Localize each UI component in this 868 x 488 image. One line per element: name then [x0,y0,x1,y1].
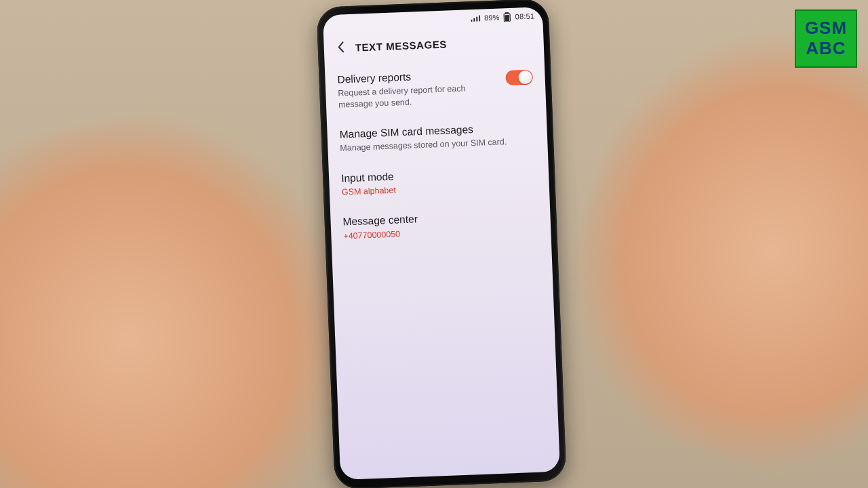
svg-rect-1 [473,18,475,22]
status-clock: 08:51 [515,12,534,20]
battery-icon [503,12,511,22]
page-title: TEXT MESSAGES [355,38,447,53]
battery-percent: 89% [484,13,500,22]
settings-list: Delivery reports Request a delivery repo… [325,56,551,251]
photo-stage: 89% 08:51 [0,0,868,488]
hand-right [528,0,868,488]
svg-rect-6 [505,15,510,21]
phone-screen: 89% 08:51 [323,7,560,480]
watermark-badge: GSM ABC [795,9,857,68]
back-button[interactable] [328,34,356,62]
toggle-knob [518,70,532,85]
delivery-reports-toggle[interactable] [505,70,533,86]
row-subtitle: Request a delivery report for each messa… [338,82,497,110]
svg-rect-2 [476,17,477,22]
row-message-center[interactable]: Message center +40770000050 [330,199,551,251]
svg-rect-3 [479,16,480,22]
signal-icon [471,15,480,22]
row-delivery-reports[interactable]: Delivery reports Request a delivery repo… [325,57,547,120]
chevron-left-icon [334,40,349,56]
svg-rect-0 [471,20,472,22]
phone-frame: 89% 08:51 [316,0,566,488]
watermark-text: GSM ABC [805,18,847,59]
